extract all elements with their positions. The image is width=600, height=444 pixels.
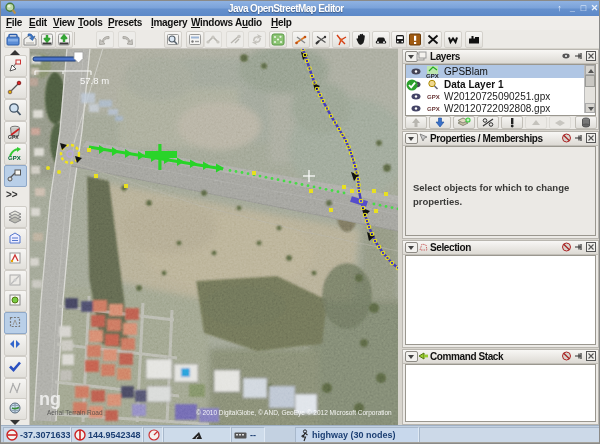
svg-text:GPX: GPX	[8, 134, 19, 140]
svg-text:Aerial Terrain Road: Aerial Terrain Road	[47, 409, 103, 416]
svg-text:57.8 m: 57.8 m	[80, 75, 109, 86]
svg-text:ng: ng	[39, 389, 61, 409]
svg-text:© 2010 DigitalGlobe, © AND, Ge: © 2010 DigitalGlobe, © AND, GeoEye © 201…	[196, 409, 392, 417]
svg-text:GPX: GPX	[8, 155, 21, 161]
